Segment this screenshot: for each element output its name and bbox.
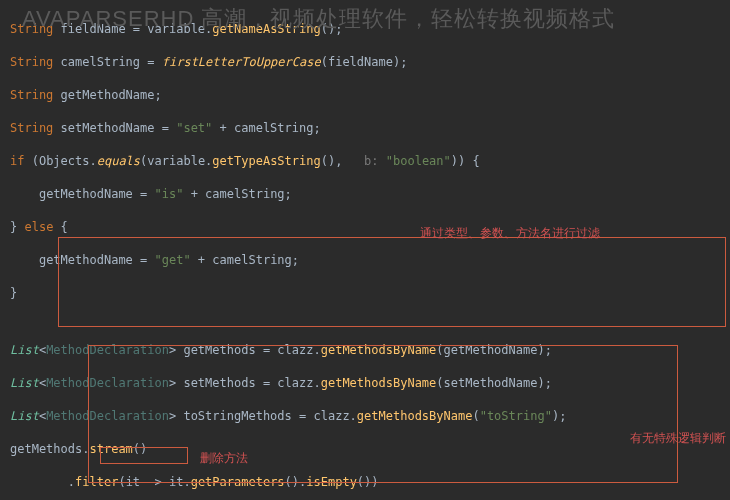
code-block: String fieldName = variable.getNameAsStr… bbox=[0, 0, 730, 500]
filter-note: 通过类型、参数、方法名进行过滤 bbox=[420, 225, 600, 242]
logic-note: 有无特殊逻辑判断 bbox=[630, 430, 726, 447]
remove-note: 删除方法 bbox=[200, 450, 248, 467]
